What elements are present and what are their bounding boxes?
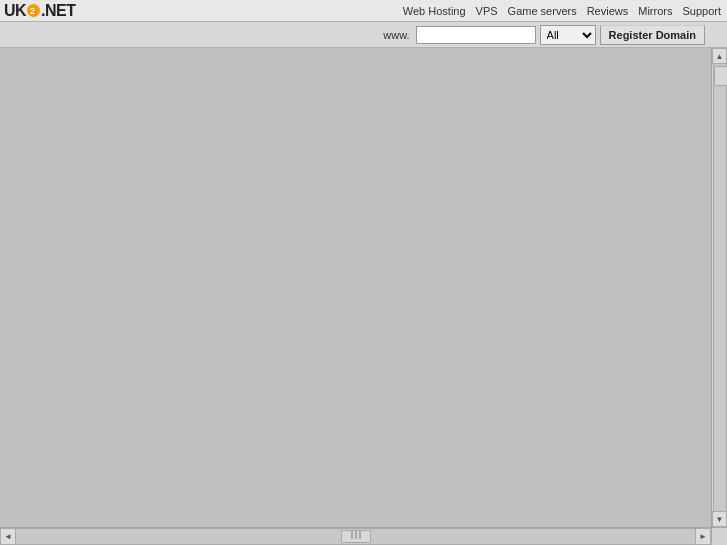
scroll-left-button[interactable]: ◄ (0, 528, 16, 545)
domain-extension-select[interactable]: All .co.uk .com .net .org .info (540, 25, 596, 45)
top-nav: Web Hosting VPS Game servers Reviews Mir… (403, 5, 721, 17)
horizontal-scrollbar: ◄ ► (0, 527, 727, 545)
logo-circle-icon (27, 4, 40, 17)
scroll-grip (351, 531, 361, 539)
scroll-thumb-horizontal[interactable] (341, 530, 371, 543)
logo-uk-text: UK (4, 2, 26, 20)
nav-reviews[interactable]: Reviews (587, 5, 629, 17)
register-domain-button[interactable]: Register Domain (600, 25, 705, 45)
nav-mirrors[interactable]: Mirrors (638, 5, 672, 17)
www-label: www. (383, 29, 409, 41)
domain-search-bar: www. All .co.uk .com .net .org .info Reg… (0, 22, 727, 48)
nav-support[interactable]: Support (682, 5, 721, 17)
logo-net-text: .NET (41, 2, 75, 20)
scroll-right-button[interactable]: ► (695, 528, 711, 545)
scrollbar-corner (711, 528, 727, 545)
domain-search-input[interactable] (416, 26, 536, 44)
nav-game-servers[interactable]: Game servers (508, 5, 577, 17)
header: UK.NET Web Hosting VPS Game servers Revi… (0, 0, 727, 22)
main-content-area: ▲ ▼ (0, 48, 727, 527)
nav-web-hosting[interactable]: Web Hosting (403, 5, 466, 17)
scroll-track-horizontal (16, 528, 695, 545)
scroll-down-button[interactable]: ▼ (712, 511, 727, 527)
vertical-scrollbar: ▲ ▼ (711, 48, 727, 527)
logo: UK.NET (4, 2, 76, 20)
scroll-thumb-vertical[interactable] (714, 66, 728, 86)
scroll-track-vertical (713, 64, 727, 511)
nav-vps[interactable]: VPS (476, 5, 498, 17)
scroll-up-button[interactable]: ▲ (712, 48, 727, 64)
